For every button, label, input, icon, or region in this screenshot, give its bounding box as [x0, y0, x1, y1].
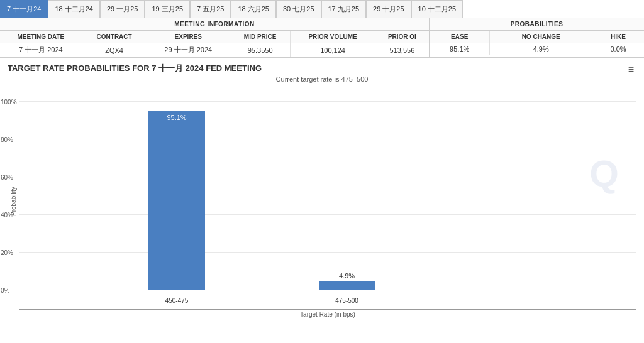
y-tick-label: 20%: [1, 249, 13, 256]
info-cell: 513,556: [375, 43, 429, 57]
grid-line: [19, 101, 636, 102]
meeting-info-table-wrap: MEETING INFORMATION MEETING DATECONTRACT…: [0, 18, 430, 57]
tab-29-十月25[interactable]: 29 十月25: [366, 0, 411, 18]
tab-17-九月25[interactable]: 17 九月25: [321, 0, 367, 18]
info-col-header: CONTRACT: [82, 31, 147, 43]
tab-29-一月25[interactable]: 29 一月25: [100, 0, 145, 18]
grid-line: [19, 214, 636, 215]
bar: [319, 281, 375, 290]
x-tick-label: 450-475: [148, 297, 205, 304]
grid-line: [19, 177, 636, 177]
info-cell: 100,124: [291, 43, 375, 57]
chart-section: TARGET RATE PROBABILITIES FOR 7 十一月 2024…: [0, 58, 644, 320]
tab-7-十一月24[interactable]: 7 十一月24: [0, 0, 48, 18]
x-tick-label: 475-500: [319, 297, 375, 304]
info-cell: 29 十一月 2024: [147, 43, 230, 57]
probabilities-table: EASENO CHANGEHIKE 95.1%4.9%0.0%: [430, 31, 644, 55]
bar-label: 95.1%: [148, 114, 205, 121]
bar-label: 4.9%: [319, 272, 375, 280]
prob-col-header: NO CHANGE: [490, 31, 592, 43]
info-col-header: MID PRICE: [230, 31, 290, 43]
prob-col-header: EASE: [430, 31, 490, 43]
tab-18-六月25[interactable]: 18 六月25: [231, 0, 276, 18]
y-tick-label: 60%: [1, 174, 13, 181]
info-col-header: MEETING DATE: [0, 31, 82, 43]
tab-18-十二月24[interactable]: 18 十二月24: [48, 0, 100, 18]
y-tick-label: 100%: [1, 99, 17, 106]
chart-inner: 0%20%40%60%80%100%95.1%450-4754.9%475-50…: [19, 85, 636, 310]
x-axis-title: Target Rate (in bps): [19, 311, 636, 318]
info-cell: ZQX4: [82, 43, 147, 57]
hamburger-icon[interactable]: ≡: [628, 64, 634, 75]
tab-7-五月25[interactable]: 7 五月25: [190, 0, 231, 18]
prob-cell: 4.9%: [490, 43, 592, 55]
tab-19-三月25[interactable]: 19 三月25: [145, 0, 190, 18]
bar: [148, 111, 205, 290]
y-tick-label: 80%: [1, 136, 13, 143]
meeting-info-header: MEETING INFORMATION: [0, 18, 429, 31]
probabilities-table-wrap: PROBABILITIES EASENO CHANGEHIKE 95.1%4.9…: [430, 18, 644, 57]
tab-30-七月25[interactable]: 30 七月25: [276, 0, 321, 18]
info-cell: 7 十一月 2024: [0, 43, 82, 57]
tab-10-十二月25[interactable]: 10 十二月25: [411, 0, 464, 18]
prob-cell: 95.1%: [430, 43, 490, 55]
probabilities-header: PROBABILITIES: [430, 18, 644, 31]
info-col-header: PRIOR OI: [375, 31, 429, 43]
info-col-header: PRIOR VOLUME: [291, 31, 375, 43]
info-section: MEETING INFORMATION MEETING DATECONTRACT…: [0, 18, 644, 58]
y-tick-label: 0%: [1, 287, 9, 294]
prob-col-header: HIKE: [592, 31, 644, 43]
tab-bar: 7 十一月2418 十二月2429 一月2519 三月257 五月2518 六月…: [0, 0, 644, 18]
chart-subtitle: Current target rate is 475–500: [8, 75, 636, 83]
y-axis-label: Probability: [8, 85, 19, 318]
chart-area: Probability 0%20%40%60%80%100%95.1%450-4…: [8, 85, 636, 318]
meeting-info-table: MEETING DATECONTRACTEXPIRESMID PRICEPRIO…: [0, 31, 429, 57]
chart-title: TARGET RATE PROBABILITIES FOR 7 十一月 2024…: [8, 63, 636, 74]
info-col-header: EXPIRES: [147, 31, 230, 43]
y-tick-label: 40%: [1, 212, 13, 219]
grid-line: [19, 252, 636, 253]
info-cell: 95.3550: [230, 43, 290, 57]
grid-line: [19, 139, 636, 139]
prob-cell: 0.0%: [592, 43, 644, 55]
